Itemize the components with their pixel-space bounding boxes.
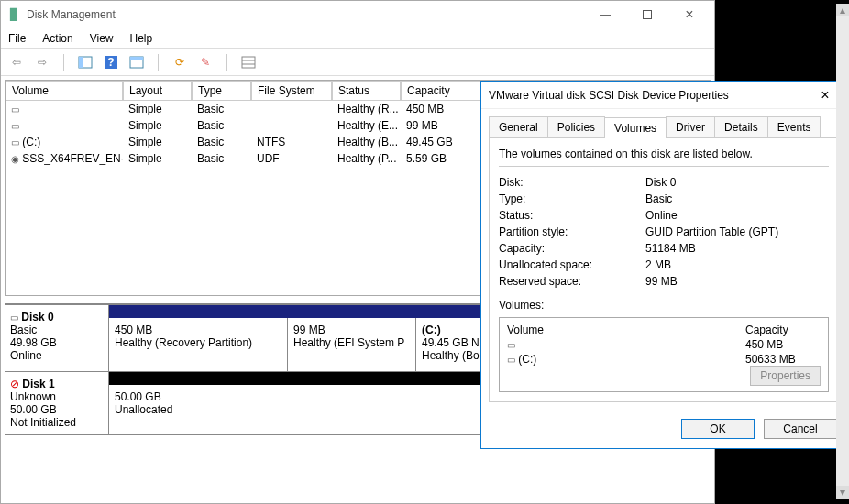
- prop-unallocated: 2 MB: [645, 258, 829, 271]
- menubar: File Action View Help: [1, 28, 714, 49]
- tab-events[interactable]: Events: [767, 116, 821, 137]
- drive-icon: [507, 353, 515, 366]
- app-icon: [5, 8, 23, 21]
- menu-file[interactable]: File: [8, 32, 26, 45]
- disk1-label: ⊘ Disk 1 Unknown 50.00 GB Not Initialize…: [5, 372, 109, 434]
- dialog-title: VMware Virtual disk SCSI Disk Device Pro…: [489, 89, 811, 102]
- column-volume[interactable]: Volume: [6, 81, 123, 101]
- menu-help[interactable]: Help: [130, 32, 153, 45]
- list-icon[interactable]: [240, 54, 257, 71]
- disk0-label: Disk 0 Basic 49.98 GB Online: [5, 305, 109, 371]
- help-icon[interactable]: ?: [103, 54, 119, 71]
- error-icon: ⊘: [10, 378, 19, 390]
- svg-rect-1: [79, 57, 83, 68]
- show-hide-icon[interactable]: [77, 54, 94, 71]
- drive-icon: [11, 103, 19, 115]
- vol-status: Healthy (R...: [332, 101, 401, 117]
- column-file-system[interactable]: File System: [251, 81, 332, 101]
- scrollbar[interactable]: ▴ ▾: [836, 4, 849, 499]
- toolbar: ⇦ ⇨ ? ⟳ ✎: [1, 49, 714, 76]
- refresh-icon[interactable]: ⟳: [171, 54, 188, 71]
- column-capacity[interactable]: Capacity: [401, 81, 483, 101]
- list-item[interactable]: 450 MB: [507, 338, 821, 351]
- rescan-icon[interactable]: ✎: [197, 54, 214, 71]
- prop-type: Basic: [645, 192, 829, 205]
- tab-policies[interactable]: Policies: [547, 116, 605, 137]
- titlebar: Disk Management — ×: [1, 1, 714, 28]
- minimize-button[interactable]: —: [584, 1, 626, 28]
- vol-type: Basic: [192, 101, 251, 117]
- tab-strip: General Policies Volumes Driver Details …: [481, 109, 846, 137]
- tab-volumes[interactable]: Volumes: [604, 117, 667, 138]
- column-layout[interactable]: Layout: [123, 81, 192, 101]
- properties-dialog: VMware Virtual disk SCSI Disk Device Pro…: [480, 81, 847, 449]
- vol-layout: Simple: [123, 101, 192, 117]
- tab-details[interactable]: Details: [714, 116, 768, 137]
- vol-name: SSS_X64FREV_EN-...: [22, 152, 123, 165]
- disc-icon: [11, 152, 19, 165]
- window-title: Disk Management: [23, 8, 584, 21]
- maximize-button[interactable]: [626, 1, 668, 28]
- volbox-col-volume: Volume: [507, 323, 745, 336]
- vol-name: (C:): [22, 136, 40, 148]
- disk0-part-efi[interactable]: 99 MB Healthy (EFI System P: [288, 318, 416, 371]
- close-button[interactable]: ×: [668, 1, 711, 28]
- dialog-titlebar: VMware Virtual disk SCSI Disk Device Pro…: [481, 82, 846, 109]
- column-status[interactable]: Status: [332, 81, 401, 101]
- tab-driver[interactable]: Driver: [666, 116, 715, 137]
- vol-fs: [251, 101, 332, 117]
- column-type[interactable]: Type: [192, 81, 251, 101]
- tab-general[interactable]: General: [489, 116, 548, 137]
- blurb: The volumes contained on this disk are l…: [499, 148, 829, 167]
- svg-text:?: ?: [107, 56, 114, 69]
- prop-capacity: 51184 MB: [645, 242, 829, 255]
- menu-view[interactable]: View: [90, 32, 114, 45]
- dialog-close-button[interactable]: ×: [811, 87, 839, 104]
- forward-icon[interactable]: ⇨: [34, 54, 50, 71]
- scroll-up-icon[interactable]: ▴: [836, 4, 849, 16]
- view-top-icon[interactable]: [128, 54, 145, 71]
- volumes-label: Volumes:: [499, 299, 829, 312]
- cancel-button[interactable]: Cancel: [764, 419, 837, 439]
- drive-icon: [507, 338, 515, 351]
- menu-action[interactable]: Action: [42, 32, 72, 45]
- volbox-col-capacity: Capacity: [745, 323, 788, 336]
- drive-icon: [10, 311, 18, 323]
- svg-rect-6: [242, 57, 255, 68]
- tab-body: The volumes contained on this disk are l…: [489, 137, 839, 402]
- properties-button: Properties: [750, 366, 821, 386]
- prop-disk: Disk 0: [645, 176, 829, 189]
- volumes-listbox[interactable]: Volume Capacity 450 MB (C:) 50633 MB Pro…: [499, 317, 829, 392]
- prop-partition-style: GUID Partition Table (GPT): [645, 225, 829, 238]
- vol-cap: 450 MB: [401, 101, 483, 117]
- scroll-down-icon[interactable]: ▾: [836, 486, 849, 499]
- list-item[interactable]: (C:) 50633 MB: [507, 353, 821, 366]
- drive-icon: [11, 119, 19, 132]
- prop-status: Online: [645, 209, 829, 222]
- drive-icon: [11, 136, 19, 148]
- ok-button[interactable]: OK: [681, 419, 755, 439]
- disk0-part-recovery[interactable]: 450 MB Healthy (Recovery Partition): [109, 318, 288, 371]
- svg-rect-5: [130, 57, 143, 60]
- prop-reserved: 99 MB: [645, 275, 829, 288]
- back-icon[interactable]: ⇦: [8, 54, 25, 71]
